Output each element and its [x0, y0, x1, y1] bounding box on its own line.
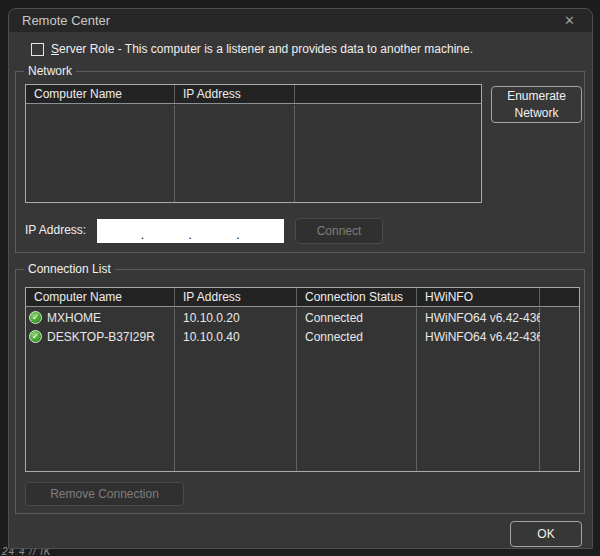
- connection-list-groupbox: Connection List Computer Name IP Address…: [15, 269, 585, 514]
- connection-list-legend: Connection List: [24, 262, 115, 277]
- window-title: Remote Center: [9, 13, 110, 28]
- connection-list-header: Computer Name IP Address Connection Stat…: [26, 288, 579, 307]
- ip-address: 10.10.0.40: [175, 330, 297, 344]
- server-role-checkbox[interactable]: [31, 43, 44, 56]
- connection-row[interactable]: DESKTOP-B37I29R 10.10.0.40 Connected HWi…: [26, 327, 579, 346]
- connection-col-status[interactable]: Connection Status: [297, 288, 417, 306]
- connect-button[interactable]: Connect: [295, 218, 383, 244]
- connection-row[interactable]: MXHOME 10.10.0.20 Connected HWiNFO64 v6.…: [26, 308, 579, 327]
- network-col-computer-name[interactable]: Computer Name: [26, 85, 175, 103]
- remove-connection-button[interactable]: Remove Connection: [25, 482, 184, 506]
- ip-address-label: IP Address:: [25, 223, 86, 237]
- network-list-header: Computer Name IP Address: [26, 85, 481, 104]
- connection-col-empty[interactable]: [540, 288, 579, 306]
- ip-address: 10.10.0.20: [175, 311, 297, 325]
- network-col-ip-address[interactable]: IP Address: [175, 85, 295, 103]
- connection-list[interactable]: Computer Name IP Address Connection Stat…: [25, 287, 580, 472]
- ip-octet-1[interactable]: [97, 219, 141, 243]
- hwinfo-version: HWiNFO64 v6.42-4360: [417, 330, 540, 344]
- network-groupbox: Network Computer Name IP Address Enumera…: [15, 71, 585, 253]
- server-role-label: Server Role - This computer is a listene…: [51, 42, 473, 56]
- titlebar[interactable]: Remote Center ✕: [9, 9, 592, 32]
- connected-check-icon: [29, 311, 42, 324]
- server-role-row: Server Role - This computer is a listene…: [31, 42, 473, 56]
- screen: 24 4 // iK Remote Center ✕ Server Role -…: [0, 0, 600, 556]
- remote-center-dialog: Remote Center ✕ Server Role - This compu…: [8, 8, 593, 549]
- grid-line: [294, 105, 295, 202]
- connection-col-ip-address[interactable]: IP Address: [175, 288, 297, 306]
- connection-status: Connected: [297, 330, 417, 344]
- network-col-empty[interactable]: [295, 85, 481, 103]
- ip-octet-4[interactable]: [240, 219, 284, 243]
- connection-col-hwinfo[interactable]: HWiNFO: [417, 288, 540, 306]
- enumerate-network-button-line2: Network: [514, 105, 558, 121]
- enumerate-network-button-line1: Enumerate: [507, 88, 566, 104]
- server-role-label-rest: erver Role - This computer is a listener…: [59, 42, 473, 56]
- server-role-label-mnemonic: S: [51, 42, 59, 56]
- ok-button[interactable]: OK: [510, 521, 582, 547]
- network-list[interactable]: Computer Name IP Address: [25, 84, 482, 203]
- hwinfo-version: HWiNFO64 v6.42-4360: [417, 311, 540, 325]
- connected-check-icon: [29, 330, 42, 343]
- connection-status: Connected: [297, 311, 417, 325]
- computer-name: MXHOME: [47, 311, 101, 325]
- network-list-body[interactable]: [26, 105, 481, 202]
- ip-address-input[interactable]: . . .: [97, 219, 284, 243]
- ip-octet-2[interactable]: [145, 219, 189, 243]
- enumerate-network-button[interactable]: Enumerate Network: [491, 86, 582, 123]
- close-icon[interactable]: ✕: [547, 9, 592, 32]
- computer-name: DESKTOP-B37I29R: [47, 330, 155, 344]
- network-group-legend: Network: [24, 64, 76, 79]
- grid-line: [174, 105, 175, 202]
- ip-octet-3[interactable]: [193, 219, 237, 243]
- connection-list-body[interactable]: MXHOME 10.10.0.20 Connected HWiNFO64 v6.…: [26, 308, 579, 471]
- connection-col-computer-name[interactable]: Computer Name: [26, 288, 175, 306]
